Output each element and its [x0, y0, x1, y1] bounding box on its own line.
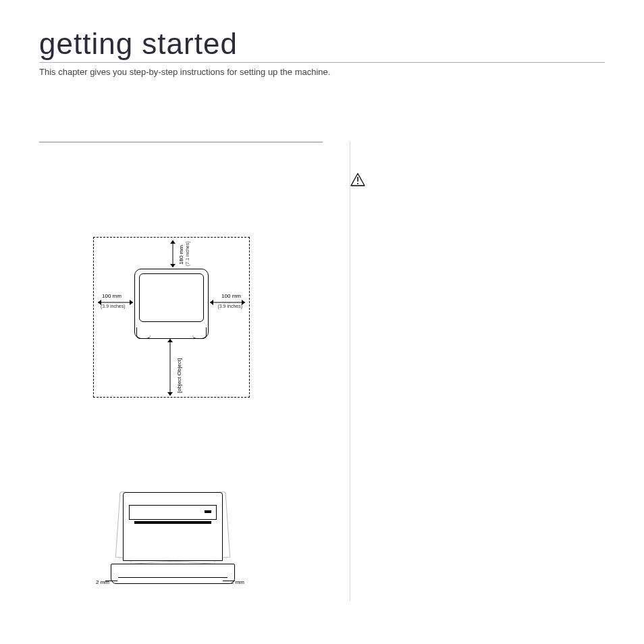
clearance-diagram-top-view: 180 mm (7.1 inches) 100 mm (3.9 inches) …: [93, 237, 250, 398]
warning-icon: [350, 173, 365, 186]
svg-point-14: [357, 183, 358, 184]
svg-marker-7: [210, 300, 213, 305]
device-top-outline: [134, 269, 209, 339]
device-base: [111, 564, 235, 584]
arrow-horizontal-right: [210, 300, 245, 305]
level-diagram-front-view: 2 mm 2 mm: [96, 479, 244, 587]
right-column: [350, 142, 605, 601]
device-front-outline: [123, 492, 223, 561]
top-clearance-mm: 180 mm: [178, 245, 184, 265]
svg-marker-11: [167, 392, 173, 396]
svg-marker-2: [170, 264, 176, 267]
svg-marker-10: [167, 339, 173, 342]
top-clearance-inches: (7.1 inches): [185, 241, 190, 266]
level-left-mm: 2 mm: [96, 579, 109, 585]
content-columns: 180 mm (7.1 inches) 100 mm (3.9 inches) …: [39, 142, 605, 601]
arrow-vertical-top: [169, 240, 176, 267]
arrow-horizontal-left: [98, 300, 133, 305]
svg-marker-4: [98, 300, 101, 305]
right-clearance-mm: 100 mm: [221, 293, 241, 299]
svg-marker-5: [130, 300, 133, 305]
level-right-mm: 2 mm: [231, 579, 244, 585]
svg-marker-1: [170, 240, 176, 244]
arrow-vertical-bottom: [167, 339, 173, 396]
bottom-clearance: [object Object]: [176, 358, 182, 393]
left-clearance-mm: 100 mm: [102, 293, 122, 299]
svg-marker-8: [242, 300, 245, 305]
page-title: getting started: [39, 27, 605, 63]
left-column: 180 mm (7.1 inches) 100 mm (3.9 inches) …: [39, 142, 323, 601]
intro-text: This chapter gives you step-by-step inst…: [39, 67, 605, 77]
